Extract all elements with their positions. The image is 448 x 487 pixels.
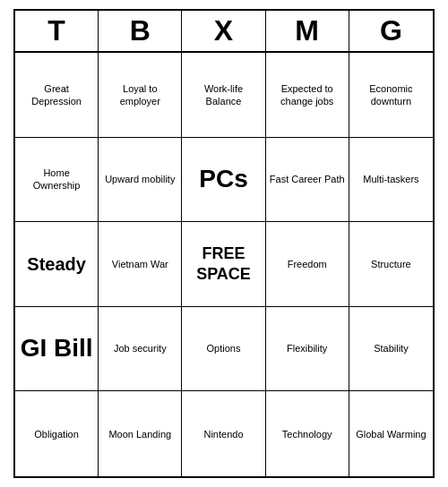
header-col-b: B [99, 11, 182, 51]
bingo-cell-11: Vietnam War [99, 222, 182, 307]
bingo-cell-9: Multi-taskers [349, 138, 433, 223]
header-col-m: M [266, 11, 349, 51]
bingo-cell-3: Expected to change jobs [266, 53, 349, 138]
header-col-x: X [182, 11, 265, 51]
bingo-cell-23: Technology [266, 391, 349, 476]
bingo-cell-15: GI Bill [15, 307, 99, 392]
bingo-cell-12: FREE SPACE [182, 222, 265, 307]
bingo-cell-20: Obligation [15, 391, 99, 476]
bingo-cell-0: Great Depression [15, 53, 99, 138]
bingo-cell-7: PCs [182, 138, 265, 223]
bingo-grid: Great DepressionLoyal to employerWork-li… [15, 53, 433, 476]
bingo-cell-19: Stability [349, 307, 433, 392]
bingo-cell-16: Job security [99, 307, 182, 392]
bingo-cell-18: Flexibility [266, 307, 349, 392]
bingo-cell-8: Fast Career Path [266, 138, 349, 223]
bingo-cell-2: Work-life Balance [182, 53, 265, 138]
bingo-cell-4: Economic downturn [349, 53, 433, 138]
bingo-cell-17: Options [182, 307, 265, 392]
bingo-header: TBXMG [15, 11, 433, 53]
bingo-card: TBXMG Great DepressionLoyal to employerW… [13, 9, 435, 478]
bingo-cell-5: Home Ownership [15, 138, 99, 223]
header-col-t: T [15, 11, 99, 51]
header-col-g: G [349, 11, 433, 51]
bingo-cell-24: Global Warming [349, 391, 433, 476]
bingo-cell-13: Freedom [266, 222, 349, 307]
bingo-cell-10: Steady [15, 222, 99, 307]
bingo-cell-14: Structure [349, 222, 433, 307]
bingo-cell-21: Moon Landing [99, 391, 182, 476]
bingo-cell-6: Upward mobility [99, 138, 182, 223]
bingo-cell-1: Loyal to employer [99, 53, 182, 138]
bingo-cell-22: Nintendo [182, 391, 265, 476]
